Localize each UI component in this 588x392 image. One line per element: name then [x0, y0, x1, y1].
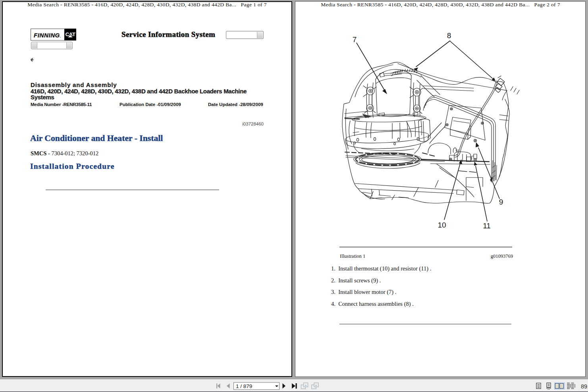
- svg-text:11: 11: [483, 222, 491, 230]
- svg-text:7: 7: [353, 35, 357, 44]
- svg-text:9: 9: [499, 198, 503, 206]
- svg-text:8: 8: [447, 31, 451, 40]
- svg-text:10: 10: [438, 221, 446, 229]
- svg-text:89.3: 89.3: [581, 383, 588, 390]
- svg-text:1 / 879: 1 / 879: [236, 383, 252, 389]
